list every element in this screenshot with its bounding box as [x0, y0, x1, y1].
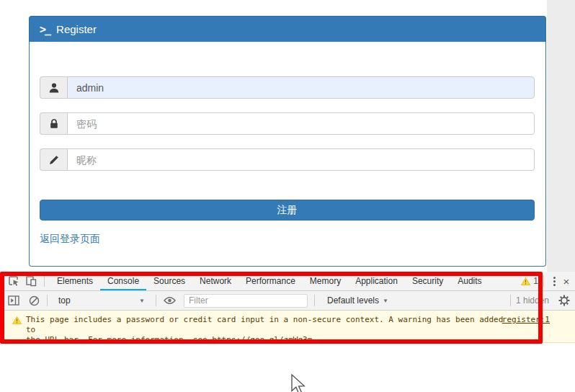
- hidden-messages-count: 1 hidden: [516, 295, 549, 306]
- tab-audits[interactable]: Audits: [450, 272, 489, 290]
- password-input[interactable]: [67, 112, 535, 135]
- tab-elements[interactable]: Elements: [50, 272, 100, 290]
- page-title: Register: [56, 23, 97, 35]
- tab-application[interactable]: Application: [348, 272, 405, 290]
- live-expression-eye-icon[interactable]: [161, 293, 177, 308]
- register-panel-body: 注册 返回登录页面: [29, 42, 546, 267]
- tab-memory[interactable]: Memory: [303, 272, 348, 290]
- warning-more-info-link[interactable]: https://goo.gl/zmWq3m: [212, 335, 312, 344]
- console-settings-gear-icon[interactable]: [556, 293, 572, 308]
- nickname-input-group: [40, 148, 535, 171]
- lock-icon: [40, 112, 67, 135]
- register-panel: >_ Register: [29, 16, 546, 267]
- log-levels-selector[interactable]: Default levels ▼: [327, 295, 388, 306]
- pencil-icon: [40, 148, 67, 171]
- chevron-down-icon: ▼: [383, 298, 388, 304]
- password-input-group: [40, 112, 535, 135]
- clear-console-icon[interactable]: [26, 293, 42, 308]
- inspect-element-icon[interactable]: [6, 273, 22, 289]
- console-sidebar-icon[interactable]: [6, 293, 22, 308]
- divider: [543, 275, 544, 287]
- tab-network[interactable]: Network: [192, 272, 239, 290]
- terminal-icon: >_: [40, 23, 50, 36]
- close-devtools-icon[interactable]: ×: [559, 275, 574, 288]
- divider: [314, 295, 315, 306]
- console-toolbar: top ▼ Default levels ▼ 1 hidden: [0, 291, 575, 311]
- warning-line-2-end: .: [312, 335, 317, 344]
- divider: [44, 275, 45, 287]
- warning-triangle-icon: [12, 316, 22, 324]
- username-input-group: [40, 76, 535, 99]
- devtools-tabbar: Elements Console Sources Network Perform…: [0, 272, 575, 291]
- register-button[interactable]: 注册: [40, 200, 535, 220]
- console-warning-message: This page includes a password or credit …: [0, 311, 575, 343]
- warning-message-text: This page includes a password or credit …: [26, 315, 513, 345]
- tab-sources[interactable]: Sources: [146, 272, 192, 290]
- devtools-menu-icon[interactable]: [549, 277, 559, 286]
- devtools-panel: Elements Console Sources Network Perform…: [0, 272, 575, 392]
- user-icon: [40, 76, 67, 99]
- levels-label: Default levels: [327, 295, 379, 306]
- register-panel-header: >_ Register: [29, 16, 546, 42]
- console-filter-input[interactable]: [184, 294, 308, 308]
- execution-context-selector[interactable]: top ▼: [53, 295, 151, 306]
- divider: [156, 295, 156, 306]
- page-right-gutter: [547, 0, 575, 272]
- nickname-input[interactable]: [67, 148, 535, 171]
- tab-console[interactable]: Console: [100, 272, 146, 290]
- warning-triangle-icon: [521, 277, 530, 285]
- username-input[interactable]: [67, 76, 535, 99]
- warning-line-2: the URL bar. For more information, see: [26, 335, 212, 344]
- context-label: top: [58, 295, 71, 306]
- chevron-down-icon: ▼: [139, 298, 145, 304]
- tab-security[interactable]: Security: [405, 272, 450, 290]
- message-source-link[interactable]: register:1: [502, 315, 550, 325]
- divider: [510, 295, 511, 306]
- back-to-login-link[interactable]: 返回登录页面: [40, 233, 100, 246]
- warning-line-1: This page includes a password or credit …: [26, 315, 503, 334]
- tab-performance[interactable]: Performance: [239, 272, 303, 290]
- warning-count: 1: [533, 276, 538, 286]
- warning-count-badge[interactable]: 1: [521, 276, 538, 286]
- device-toolbar-icon[interactable]: [23, 273, 39, 289]
- divider: [47, 295, 48, 306]
